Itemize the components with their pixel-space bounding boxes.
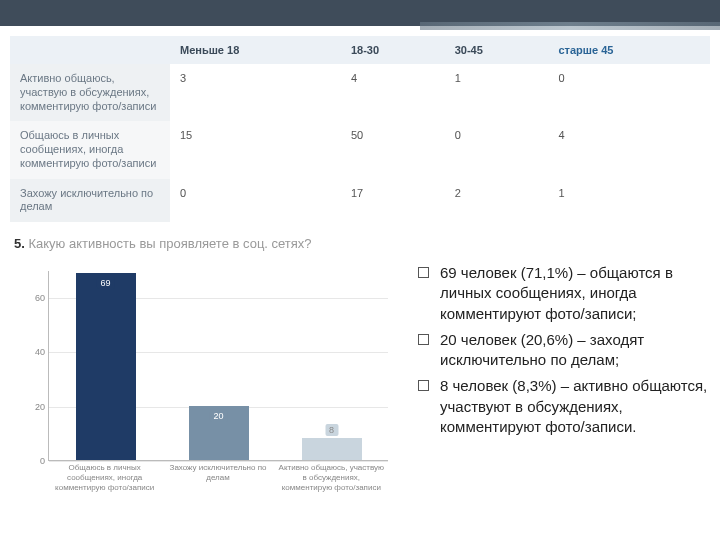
- th-18-30: 18-30: [341, 36, 445, 64]
- table-row: Активно общаюсь, участвую в обсуждениях,…: [10, 64, 710, 121]
- y-tick-label: 60: [25, 293, 45, 303]
- cell: 2: [445, 179, 549, 223]
- cell: 4: [341, 64, 445, 121]
- question-text: Какую активность вы проявляете в соц. се…: [28, 236, 311, 251]
- summary-item: 69 человек (71,1%) – общаются в личных с…: [418, 263, 710, 324]
- cell: 0: [548, 64, 710, 121]
- table-row: Захожу исключительно по делам 0 17 2 1: [10, 179, 710, 223]
- question-number: 5.: [14, 236, 25, 251]
- cell: 1: [445, 64, 549, 121]
- summary-list: 69 человек (71,1%) – общаются в личных с…: [418, 263, 710, 443]
- row-label: Захожу исключительно по делам: [10, 179, 170, 223]
- x-tick-label: Общаюсь в личных сообщениях, иногда комм…: [50, 463, 160, 493]
- th-empty: [10, 36, 170, 64]
- x-tick-label: Активно общаюсь, участвую в обсуждениях,…: [276, 463, 386, 493]
- cell: 17: [341, 179, 445, 223]
- y-tick-label: 20: [25, 402, 45, 412]
- bar: 20: [189, 406, 249, 460]
- bar-chart: 020406069208 Общаюсь в личных сообщениях…: [18, 261, 398, 521]
- row-label: Общаюсь в личных сообщениях, иногда комм…: [10, 121, 170, 178]
- gridline: [49, 461, 388, 462]
- bar-value-label: 20: [209, 410, 227, 422]
- crosstab-table: Меньше 18 18-30 30-45 старше 45 Активно …: [10, 36, 710, 222]
- summary-item: 20 человек (20,6%) – заходят исключитель…: [418, 330, 710, 371]
- table-row: Общаюсь в личных сообщениях, иногда комм…: [10, 121, 710, 178]
- summary-item: 8 человек (8,3%) – активно общаются, уча…: [418, 376, 710, 437]
- x-tick-label: Захожу исключительно по делам: [163, 463, 273, 493]
- y-tick-label: 0: [25, 456, 45, 466]
- cell: 50: [341, 121, 445, 178]
- cell: 15: [170, 121, 341, 178]
- bar-value-label: 69: [96, 277, 114, 289]
- bar-value-label: 8: [325, 424, 338, 436]
- cell: 1: [548, 179, 710, 223]
- th-lt18: Меньше 18: [170, 36, 341, 64]
- y-tick-label: 40: [25, 347, 45, 357]
- row-label: Активно общаюсь, участвую в обсуждениях,…: [10, 64, 170, 121]
- bar: 8: [302, 438, 362, 460]
- th-45plus[interactable]: старше 45: [548, 36, 710, 64]
- cell: 0: [170, 179, 341, 223]
- cell: 0: [445, 121, 549, 178]
- cell: 3: [170, 64, 341, 121]
- bar: 69: [76, 273, 136, 460]
- th-30-45: 30-45: [445, 36, 549, 64]
- slide-topbar: [0, 0, 720, 26]
- question-title: 5. Какую активность вы проявляете в соц.…: [14, 236, 720, 251]
- cell: 4: [548, 121, 710, 178]
